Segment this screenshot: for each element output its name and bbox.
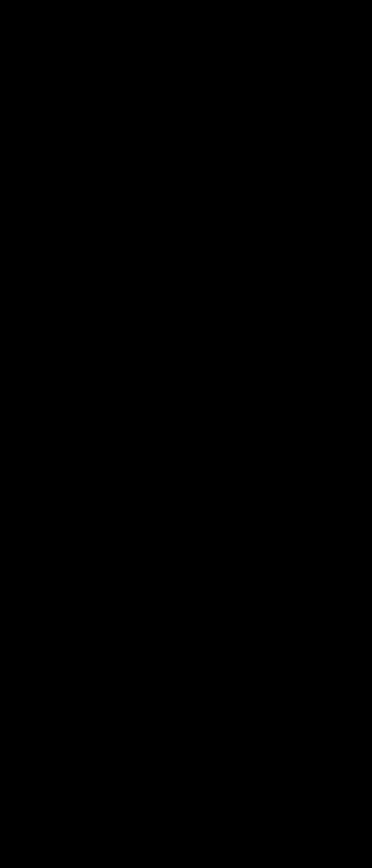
video-thumbnail-sheet — [0, 0, 372, 868]
video-metadata-header — [0, 0, 372, 0]
